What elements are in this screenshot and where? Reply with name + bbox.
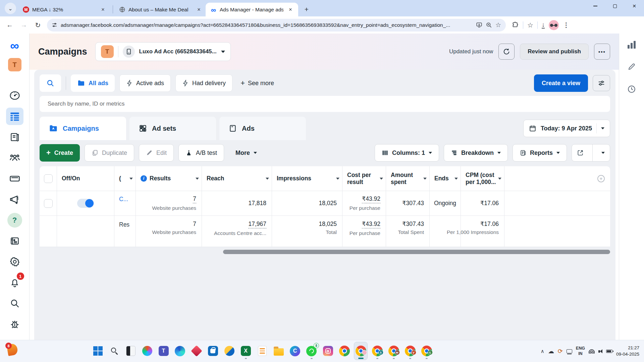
- browser-tab-aboutus[interactable]: About us – Make Me Deal ✕: [114, 3, 206, 16]
- add-column-icon[interactable]: +: [597, 175, 605, 182]
- clock-date[interactable]: 21:2709-04-2025: [616, 345, 639, 358]
- sidebar-item-news[interactable]: [6, 232, 23, 250]
- campaign-name-link[interactable]: C...: [114, 191, 136, 216]
- reach-value[interactable]: 17,967: [248, 221, 266, 229]
- cost-value[interactable]: ₹43.92: [362, 195, 380, 203]
- view-settings-button[interactable]: [593, 75, 610, 91]
- taskbar-chrome-profile-v[interactable]: V: [404, 342, 417, 360]
- export-button[interactable]: [572, 144, 589, 162]
- column-header-impressions[interactable]: Impressions: [272, 166, 342, 191]
- browser-tab-mega[interactable]: M MEGA ↓ 32% ✕: [18, 3, 111, 16]
- tab-search-chevron-icon[interactable]: ⌄: [5, 3, 16, 14]
- duplicate-button[interactable]: Duplicate: [85, 144, 134, 162]
- tab-campaigns[interactable]: Campaigns: [40, 117, 126, 140]
- business-avatar-badge[interactable]: T: [8, 58, 21, 71]
- downloads-icon[interactable]: ↓: [542, 21, 545, 29]
- columns-button[interactable]: Columns: 1: [375, 144, 439, 162]
- sidebar-item-report-bug[interactable]: [6, 315, 23, 333]
- filter-search-button[interactable]: [40, 74, 61, 92]
- column-header-off-on[interactable]: Off/On: [57, 166, 114, 191]
- taskbar-help-app[interactable]: [223, 342, 236, 360]
- install-app-icon[interactable]: [476, 22, 482, 28]
- column-header-amount-spent[interactable]: Amount spent: [386, 166, 430, 191]
- close-tab-icon[interactable]: ✕: [99, 6, 107, 14]
- taskbar-chrome-profile-s[interactable]: S: [371, 342, 384, 360]
- sidebar-item-overview[interactable]: [6, 87, 23, 104]
- filter-all-ads[interactable]: All ads: [71, 74, 115, 92]
- results-value[interactable]: 7: [193, 195, 196, 203]
- taskbar-instagram[interactable]: [321, 342, 334, 360]
- column-header-ends[interactable]: Ends: [430, 166, 461, 191]
- taskbar-edge[interactable]: [173, 342, 186, 360]
- more-options-button[interactable]: •••: [594, 44, 610, 60]
- account-selector[interactable]: T Luxo Ad Acc (66528433645...: [95, 42, 231, 61]
- column-header-cost-per-result[interactable]: Cost per result: [342, 166, 386, 191]
- see-more-filters[interactable]: + See more: [237, 79, 277, 87]
- edit-button[interactable]: Edit: [139, 144, 174, 162]
- onedrive-cloud-icon[interactable]: ☁: [548, 348, 554, 355]
- taskbar-notification-app[interactable]: 8: [7, 344, 19, 359]
- sidebar-item-settings[interactable]: [6, 253, 23, 270]
- breakdown-button[interactable]: Breakdown: [444, 144, 508, 162]
- collections-star-icon[interactable]: ☆: [527, 21, 533, 29]
- tab-ad-sets[interactable]: Ad sets: [129, 117, 216, 140]
- chrome-menu-icon[interactable]: ⋮: [563, 21, 569, 29]
- select-all-checkbox[interactable]: [44, 174, 53, 183]
- address-bar[interactable]: adsmanager.facebook.com/adsmanager/manag…: [47, 19, 506, 32]
- campaign-toggle-on[interactable]: [77, 199, 94, 208]
- history-clock-icon[interactable]: [627, 85, 636, 94]
- filter-active-ads[interactable]: Active ads: [119, 74, 171, 92]
- close-tab-icon[interactable]: ✕: [286, 6, 294, 14]
- taskbar-store[interactable]: [206, 342, 219, 360]
- search-input[interactable]: [48, 101, 602, 107]
- taskbar-chrome-active[interactable]: [354, 342, 367, 360]
- taskbar-diamond-app[interactable]: [190, 342, 203, 360]
- language-indicator[interactable]: ENGIN: [576, 346, 585, 356]
- more-button[interactable]: More: [229, 144, 264, 162]
- tab-ads[interactable]: Ads: [219, 117, 306, 140]
- column-header-cpm[interactable]: CPM (cost per 1,000...: [461, 166, 504, 191]
- reports-button[interactable]: Reports: [513, 144, 567, 162]
- taskbar-chrome-profile-g[interactable]: G: [420, 342, 433, 360]
- taskbar-excel[interactable]: X: [239, 342, 252, 360]
- insights-chart-icon[interactable]: [628, 41, 636, 49]
- sidebar-item-campaigns[interactable]: [6, 108, 23, 125]
- row-checkbox[interactable]: [44, 199, 53, 208]
- review-and-publish-button[interactable]: Review and publish: [520, 44, 589, 60]
- taskbar-sticky-notes[interactable]: [124, 342, 137, 360]
- taskbar-designer[interactable]: [141, 342, 154, 360]
- start-button[interactable]: [91, 342, 104, 360]
- sync-icon[interactable]: ⟳: [558, 348, 563, 355]
- extensions-puzzle-icon[interactable]: [512, 21, 519, 28]
- sidebar-item-search[interactable]: [6, 295, 23, 312]
- hidden-icons-chevron[interactable]: ∧: [541, 348, 544, 354]
- url-text[interactable]: adsmanager.facebook.com/adsmanager/manag…: [61, 22, 473, 28]
- info-icon[interactable]: i: [141, 175, 147, 182]
- battery-icon[interactable]: [606, 350, 612, 353]
- meta-logo-icon[interactable]: ∞: [10, 40, 19, 52]
- ab-test-button[interactable]: A/B test: [178, 144, 224, 162]
- device-icon[interactable]: [567, 349, 572, 353]
- sidebar-item-billing[interactable]: [6, 170, 23, 187]
- minimize-button[interactable]: [586, 0, 605, 12]
- taskbar-teams[interactable]: T: [157, 342, 170, 360]
- edit-pencil-icon[interactable]: [628, 63, 636, 71]
- create-a-view-button[interactable]: Create a view: [534, 74, 588, 92]
- zoom-page-icon[interactable]: [486, 22, 492, 28]
- cost-value[interactable]: ₹43.92: [362, 221, 380, 229]
- column-header-results[interactable]: iResults: [136, 166, 202, 191]
- close-window-button[interactable]: ✕: [625, 0, 644, 12]
- taskbar-notepad[interactable]: [256, 342, 269, 360]
- new-tab-button[interactable]: +: [302, 4, 312, 14]
- close-tab-icon[interactable]: ✕: [195, 6, 203, 14]
- bookmark-star-icon[interactable]: ☆: [495, 21, 501, 29]
- sidebar-item-audiences[interactable]: [6, 149, 23, 167]
- filter-had-delivery[interactable]: Had delivery: [175, 74, 232, 92]
- taskbar-canva[interactable]: C: [288, 342, 302, 360]
- taskbar-search[interactable]: [108, 342, 121, 360]
- create-button[interactable]: + Create: [40, 144, 80, 162]
- sidebar-item-ads-reporting[interactable]: [6, 191, 23, 208]
- reload-button[interactable]: ↻: [32, 19, 44, 32]
- taskbar-chrome[interactable]: [338, 342, 351, 360]
- forward-button[interactable]: →: [17, 19, 30, 32]
